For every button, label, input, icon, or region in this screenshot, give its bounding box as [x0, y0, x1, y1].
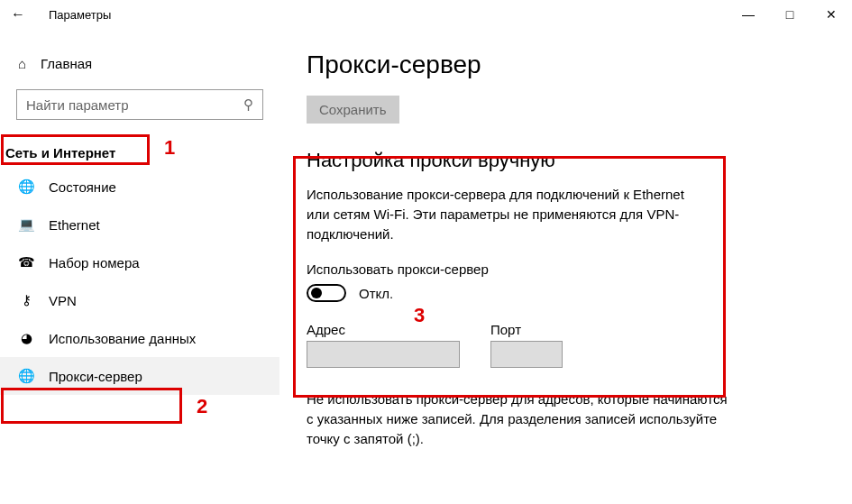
search-input[interactable]: Найти параметр ⚲	[16, 89, 263, 120]
section-description: Использование прокси-сервера для подключ…	[307, 185, 694, 243]
sidebar: ⌂ Главная Найти параметр ⚲ Сеть и Интерн…	[0, 29, 279, 504]
category-network[interactable]: Сеть и Интернет	[0, 138, 132, 168]
sidebar-item-vpn[interactable]: ⚷ VPN	[0, 281, 279, 319]
sidebar-item-ethernet[interactable]: 💻 Ethernet	[0, 206, 279, 243]
search-icon: ⚲	[243, 96, 253, 113]
port-input[interactable]	[490, 341, 563, 368]
content-pane: Прокси-сервер Сохранить Настройка прокси…	[279, 29, 852, 504]
sidebar-item-proxy[interactable]: 🌐 Прокси-сервер	[0, 357, 279, 395]
sidebar-item-label: Набор номера	[49, 255, 140, 270]
ethernet-icon: 💻	[18, 216, 34, 233]
sidebar-item-label: Ethernet	[49, 217, 100, 233]
globe-icon: 🌐	[18, 179, 34, 195]
minimize-button[interactable]: —	[728, 0, 769, 29]
address-label: Адрес	[307, 322, 460, 337]
search-placeholder: Найти параметр	[26, 97, 129, 113]
address-input[interactable]	[307, 341, 460, 368]
maximize-button[interactable]: □	[769, 0, 811, 29]
page-title: Прокси-сервер	[307, 50, 825, 79]
sidebar-home-label: Главная	[41, 56, 92, 71]
exclusion-text: Не использовать прокси-сервер для адресо…	[307, 389, 730, 448]
window-title: Параметры	[49, 8, 111, 22]
section-title: Настройка прокси вручную	[307, 149, 825, 172]
sidebar-item-status[interactable]: 🌐 Состояние	[0, 168, 279, 206]
proxy-icon: 🌐	[18, 368, 34, 384]
home-icon: ⌂	[18, 56, 26, 71]
vpn-icon: ⚷	[18, 292, 34, 308]
toggle-state-text: Откл.	[359, 286, 393, 301]
data-usage-icon: ◕	[18, 330, 34, 346]
back-button[interactable]: ←	[0, 6, 36, 23]
sidebar-item-data-usage[interactable]: ◕ Использование данных	[0, 319, 279, 357]
sidebar-item-label: Прокси-сервер	[49, 369, 142, 384]
titlebar: ← Параметры — □ ✕	[0, 0, 852, 29]
sidebar-home[interactable]: ⌂ Главная	[0, 50, 279, 77]
use-proxy-toggle[interactable]	[307, 284, 346, 302]
dialup-icon: ☎	[18, 254, 34, 270]
sidebar-item-label: VPN	[49, 293, 77, 308]
close-button[interactable]: ✕	[811, 0, 852, 29]
sidebar-item-dialup[interactable]: ☎ Набор номера	[0, 243, 279, 281]
use-proxy-label: Использовать прокси-сервер	[307, 261, 825, 277]
port-label: Порт	[490, 322, 563, 337]
save-button[interactable]: Сохранить	[307, 96, 399, 124]
sidebar-item-label: Использование данных	[49, 331, 196, 346]
sidebar-item-label: Состояние	[49, 179, 116, 195]
